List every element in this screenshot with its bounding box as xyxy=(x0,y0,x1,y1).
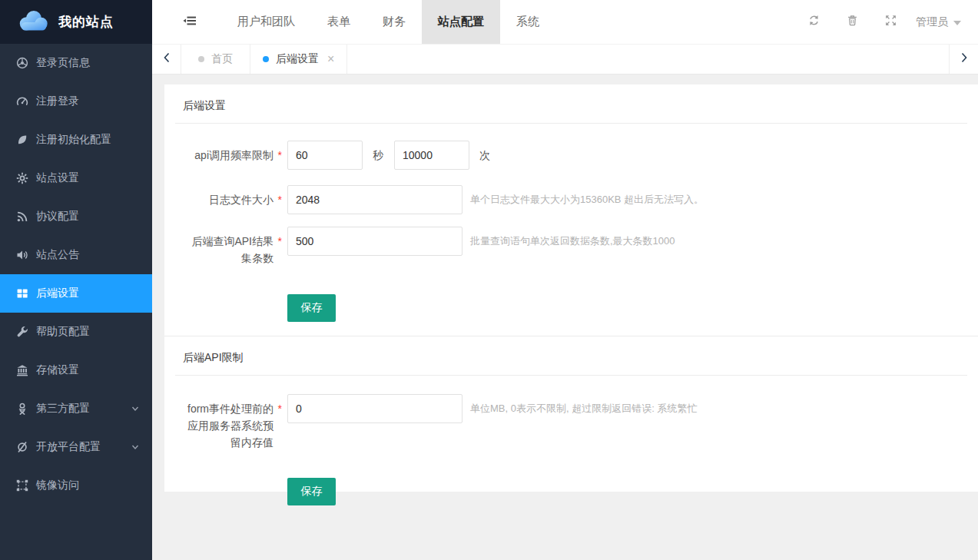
save-row: 保存 xyxy=(287,478,978,505)
sidebar-item-backend-settings[interactable]: 后端设置 xyxy=(0,274,152,313)
grid-icon xyxy=(15,287,28,300)
sidebar-item-label: 开放平台配置 xyxy=(36,440,101,454)
field-label-text: 后端查询API结果集条数 xyxy=(191,235,274,264)
tab-dot-icon xyxy=(263,56,269,62)
caret-down-icon xyxy=(953,21,961,25)
reserved-memory-input[interactable] xyxy=(287,394,462,423)
user-name: 管理员 xyxy=(916,15,948,29)
unit-seconds: 秒 xyxy=(373,141,383,170)
sidebar-item-label: 站点设置 xyxy=(36,171,79,185)
sidebar-item-site-announcement[interactable]: 站点公告 xyxy=(0,236,152,274)
sidebar-item-label: 镜像访问 xyxy=(36,479,79,492)
sidebar-item-third-party-config[interactable]: 第三方配置 xyxy=(0,389,152,428)
section-title-backend-settings: 后端设置 xyxy=(164,84,978,123)
sidebar-item-open-platform-config[interactable]: 开放平台配置 xyxy=(0,428,152,466)
field-label-text: form事件处理前的应用服务器系统预留内存值 xyxy=(187,403,274,449)
tab-bar-spacer xyxy=(347,45,949,74)
nav-tab-label: 财务 xyxy=(383,15,406,29)
page-tab-label: 首页 xyxy=(211,52,233,66)
save-button[interactable]: 保存 xyxy=(287,478,336,505)
sidebar-item-mirror-access[interactable]: 镜像访问 xyxy=(0,466,152,505)
sidebar-item-label: 站点公告 xyxy=(36,248,79,262)
sidebar-item-label: 第三方配置 xyxy=(36,402,90,416)
nav-tab-site-config[interactable]: 站点配置 xyxy=(422,0,500,44)
expand-icon xyxy=(885,15,897,29)
sidebar-item-label: 注册登录 xyxy=(36,94,79,108)
refresh-button[interactable] xyxy=(794,15,833,29)
sidebar-item-label: 注册初始化配置 xyxy=(36,133,111,147)
chevron-down-icon xyxy=(131,442,140,452)
field-hint: 单个日志文件最大大小为15360KB 超出后无法写入。 xyxy=(470,185,704,214)
api-rate-seconds-input[interactable] xyxy=(287,141,363,170)
nav-tab-forms[interactable]: 表单 xyxy=(311,0,366,44)
nav-tab-label: 站点配置 xyxy=(438,15,484,29)
sidebar-item-label: 帮助页配置 xyxy=(36,325,90,339)
save-button[interactable]: 保存 xyxy=(287,294,336,322)
save-row: 保存 xyxy=(287,294,978,322)
required-mark: * xyxy=(278,400,282,417)
person-icon xyxy=(15,403,28,416)
bank-icon xyxy=(15,364,28,377)
mirror-icon xyxy=(15,479,28,492)
user-menu[interactable]: 管理员 xyxy=(910,15,967,29)
field-label: 后端查询API结果集条数 * xyxy=(186,227,280,267)
fullscreen-button[interactable] xyxy=(871,15,910,29)
speaker-icon xyxy=(15,249,28,262)
dashboard-icon xyxy=(15,95,28,108)
chevron-down-icon xyxy=(131,404,140,413)
sidebar-item-register-init-config[interactable]: 注册初始化配置 xyxy=(0,121,152,159)
sidebar-item-site-settings[interactable]: 站点设置 xyxy=(0,159,152,197)
sidebar-item-register-login[interactable]: 注册登录 xyxy=(0,82,152,121)
field-api-result-rows: 后端查询API结果集条数 * 批量查询语句单次返回数据条数,最大条数1000 xyxy=(164,227,978,267)
field-hint: 单位MB, 0表示不限制, 超过限制返回错误: 系统繁忙 xyxy=(470,394,697,423)
rss-icon xyxy=(15,210,28,224)
gear-icon xyxy=(15,172,28,185)
unit-times: 次 xyxy=(479,141,490,170)
section-title-backend-api-limit: 后端API限制 xyxy=(164,336,978,375)
page-tab-label: 后端设置 xyxy=(276,52,319,66)
nav-tab-label: 表单 xyxy=(327,15,350,29)
main-content: 后端设置 api调用频率限制 * 秒 次 日志文件大小 * 单个日志文件最大大小… xyxy=(152,75,978,560)
top-nav-tabs: 用户和团队 表单 财务 站点配置 系统 xyxy=(221,0,555,44)
page-tab-home[interactable]: 首页 xyxy=(181,45,250,74)
field-label-text: 日志文件大小 xyxy=(209,194,274,206)
divider xyxy=(175,123,967,124)
field-log-file-size: 日志文件大小 * 单个日志文件最大大小为15360KB 超出后无法写入。 xyxy=(164,185,978,214)
circle-slash-icon xyxy=(15,441,28,454)
sidebar-item-storage-settings[interactable]: 存储设置 xyxy=(0,351,152,389)
tabs-scroll-right-button[interactable] xyxy=(949,45,978,74)
tabs-scroll-left-button[interactable] xyxy=(152,45,181,74)
field-reserved-memory: form事件处理前的应用服务器系统预留内存值 * 单位MB, 0表示不限制, 超… xyxy=(164,394,978,451)
site-title: 我的站点 xyxy=(58,13,114,31)
sidebar-item-label: 存储设置 xyxy=(36,363,79,377)
app-logo: 我的站点 xyxy=(0,0,152,44)
page-tab-backend-settings[interactable]: 后端设置 × xyxy=(250,45,347,74)
api-rate-times-input[interactable] xyxy=(394,141,469,170)
nav-tab-users-teams[interactable]: 用户和团队 xyxy=(221,0,311,44)
field-label: api调用频率限制 * xyxy=(186,141,280,164)
top-navbar: 用户和团队 表单 财务 站点配置 系统 管理员 xyxy=(152,0,978,44)
nav-tab-system[interactable]: 系统 xyxy=(500,0,555,44)
cloud-icon xyxy=(15,8,51,36)
sidebar-item-protocol-config[interactable]: 协议配置 xyxy=(0,197,152,236)
field-hint: 批量查询语句单次返回数据条数,最大条数1000 xyxy=(470,227,675,256)
log-file-size-input[interactable] xyxy=(287,185,462,214)
sidebar-item-label: 后端设置 xyxy=(36,287,79,300)
sidebar-item-label: 协议配置 xyxy=(36,210,79,224)
nav-tab-label: 用户和团队 xyxy=(237,15,295,29)
api-result-rows-input[interactable] xyxy=(287,227,462,256)
field-label-text: api调用频率限制 xyxy=(194,149,274,161)
sidebar-collapse-button[interactable] xyxy=(183,15,197,30)
page-tab-bar: 首页 后端设置 × xyxy=(152,44,978,75)
sidebar-item-login-page-info[interactable]: 登录页信息 xyxy=(0,44,152,82)
chevron-right-icon xyxy=(960,52,968,66)
sidebar-item-help-page-config[interactable]: 帮助页配置 xyxy=(0,313,152,351)
nav-tab-finance[interactable]: 财务 xyxy=(366,0,422,44)
chevron-left-icon xyxy=(163,52,171,66)
trash-icon xyxy=(847,15,858,29)
nav-tab-label: 系统 xyxy=(516,15,539,29)
clear-cache-button[interactable] xyxy=(833,15,871,29)
settings-card: 后端设置 api调用频率限制 * 秒 次 日志文件大小 * 单个日志文件最大大小… xyxy=(164,84,978,492)
close-icon[interactable]: × xyxy=(327,53,334,65)
divider xyxy=(175,375,967,376)
